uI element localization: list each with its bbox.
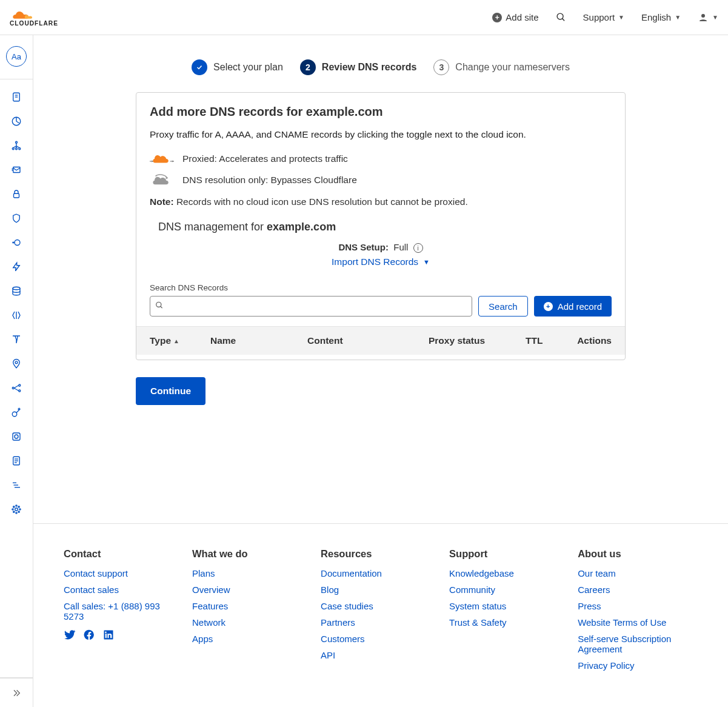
search-dns-input[interactable] [150,296,472,317]
footer-link[interactable]: Careers [578,585,698,595]
dns-management-title: DNS management for example.com [150,221,612,233]
sort-asc-icon: ▲ [173,338,179,344]
svg-point-39 [156,302,161,307]
footer-heading: Support [449,548,553,560]
footer-heading: Contact [64,548,168,560]
overview-icon[interactable] [11,92,22,102]
footer-link[interactable]: Self-serve Subscription Agreement [578,634,698,654]
col-proxy-status[interactable]: Proxy status [429,335,526,346]
footer-link[interactable]: Blog [321,585,425,595]
svg-point-31 [16,505,17,506]
col-ttl[interactable]: TTL [526,335,574,346]
svg-point-36 [18,506,19,508]
footer-link[interactable]: Press [578,601,698,611]
dns-only-text: DNS resolution only: Bypasses Cloudflare [182,175,357,186]
language-menu[interactable]: English ▼ [641,12,681,22]
security-icon[interactable] [11,213,22,224]
footer-link[interactable]: Network [192,617,296,628]
svg-point-35 [13,506,15,508]
web3-icon[interactable] [11,504,22,515]
expand-sidebar-button[interactable] [0,678,33,707]
user-icon [698,12,709,23]
col-actions: Actions [574,335,612,346]
language-label: English [641,12,671,22]
footer-heading: About us [578,548,698,560]
footer-col-support: Support Knowledgebase Community System s… [449,548,553,677]
cloud-orange-icon [150,153,174,165]
footer-link[interactable]: Case studies [321,601,425,611]
twitter-icon[interactable] [64,629,76,643]
svg-point-34 [19,509,21,510]
search-dns-input-wrap [150,296,472,317]
svg-line-40 [161,306,162,308]
footer-link[interactable]: Features [192,601,296,611]
footer-link[interactable]: Overview [192,585,296,595]
dns-only-legend: DNS resolution only: Bypasses Cloudflare [150,173,612,187]
footer-link[interactable]: Plans [192,568,296,578]
footer-link[interactable]: Apps [192,634,296,644]
search-label: Search DNS Records [150,283,612,292]
step-number: 3 [433,59,449,75]
sidebar: Aa [0,35,33,707]
dns-icon[interactable] [11,140,22,151]
footer-link[interactable]: Community [449,585,553,595]
cloud-gray-icon [150,173,174,187]
email-icon[interactable] [11,164,22,175]
footer-link[interactable]: System status [449,601,553,611]
search-button[interactable] [556,12,566,22]
add-site-button[interactable]: + Add site [492,12,538,22]
ssl-icon[interactable] [11,189,22,199]
continue-button[interactable]: Continue [136,377,205,405]
footer-link[interactable]: Contact support [64,568,168,578]
footer-heading: What we do [192,548,296,560]
apps-icon[interactable] [11,431,22,442]
cloudflare-logo[interactable]: CLOUDFLARE [10,7,70,28]
svg-point-17 [12,387,14,389]
workers-icon[interactable] [11,310,22,321]
speed-icon[interactable] [11,261,22,272]
footer-link[interactable]: Privacy Policy [578,660,698,671]
traffic-icon[interactable] [11,383,22,394]
step-1-label: Select your plan [213,62,283,73]
col-content[interactable]: Content [307,335,429,346]
support-menu[interactable]: Support ▼ [583,12,624,22]
site-avatar[interactable]: Aa [6,46,27,67]
info-icon[interactable]: i [413,243,423,253]
col-name[interactable]: Name [210,335,307,346]
svg-point-30 [15,508,18,511]
rules-icon[interactable] [11,334,22,345]
col-type[interactable]: Type ▲ [150,335,210,346]
footer-link[interactable]: Partners [321,617,425,628]
caching-icon[interactable] [11,286,22,297]
svg-rect-21 [13,433,20,440]
step-3-label: Change your nameservers [455,62,570,73]
scrape-shield-icon[interactable] [11,455,22,466]
account-menu[interactable]: ▼ [698,12,718,23]
dns-panel: Add more DNS records for example.com Pro… [136,92,626,360]
import-dns-link[interactable]: Import DNS Records ▼ [332,256,430,267]
footer-link[interactable]: Call sales: +1 (888) 993 5273 [64,601,168,622]
zaraz-icon[interactable] [11,480,22,491]
footer-col-about: About us Our team Careers Press Website … [578,548,698,677]
svg-text:CLOUDFLARE: CLOUDFLARE [10,20,58,27]
network-icon[interactable] [11,358,22,369]
search-button[interactable]: Search [478,296,528,317]
footer-link[interactable]: Our team [578,568,698,578]
footer-link[interactable]: API [321,650,425,660]
footer-link[interactable]: Website Terms of Use [578,617,698,628]
svg-point-9 [12,148,14,150]
linkedin-icon[interactable] [102,629,115,643]
add-record-button[interactable]: + Add record [534,296,612,317]
analytics-icon[interactable] [11,116,22,127]
footer-link[interactable]: Contact sales [64,585,168,595]
custom-pages-icon[interactable] [11,407,22,418]
svg-point-18 [19,384,21,386]
access-icon[interactable] [11,237,22,248]
facebook-icon[interactable] [83,629,95,643]
footer-link[interactable]: Trust & Safety [449,617,553,628]
footer-link[interactable]: Knowledgebase [449,568,553,578]
step-1[interactable]: Select your plan [192,59,283,75]
footer-link[interactable]: Documentation [321,568,425,578]
footer-link[interactable]: Customers [321,634,425,644]
chevron-double-right-icon [12,688,21,698]
